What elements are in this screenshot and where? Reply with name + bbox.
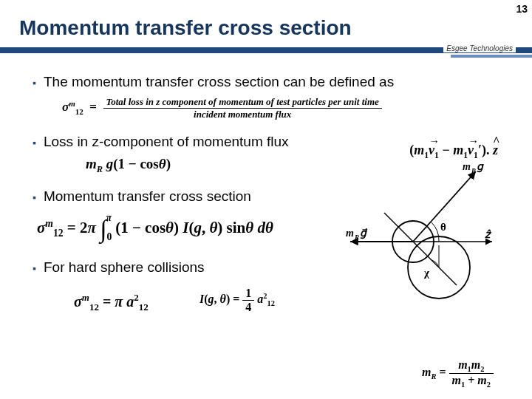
bullet-3-text: Momentum transfer cross section: [44, 188, 251, 205]
bullet-2-text: Loss in z-component of momentum flux: [44, 134, 289, 150]
slide-title: Momentum transfer cross section: [19, 16, 532, 40]
bullet-icon: ▪: [33, 77, 36, 89]
svg-text:χ: χ: [423, 267, 430, 279]
bullet-icon: ▪: [33, 137, 36, 149]
collision-diagram: m R g⃗ m R g⃗ ẑ θ χ: [344, 164, 499, 349]
bullet-1: ▪ The momentum transfer cross section ca…: [33, 74, 499, 90]
bullet-1-text: The momentum transfer cross section can …: [44, 74, 394, 90]
title-rule: Esgee Technologies: [0, 47, 532, 65]
eq-hard-I: I(g, θ) = 14 a212: [200, 287, 275, 314]
bullet-icon: ▪: [33, 262, 36, 274]
svg-text:g⃗: g⃗: [477, 164, 485, 173]
bullet-icon: ▪: [33, 191, 36, 203]
svg-text:m: m: [463, 164, 471, 172]
svg-text:R: R: [354, 233, 359, 241]
svg-text:R: R: [471, 167, 476, 174]
svg-text:g⃗: g⃗: [360, 228, 368, 239]
svg-text:m: m: [346, 228, 354, 239]
svg-text:ẑ: ẑ: [485, 229, 492, 240]
svg-text:θ: θ: [440, 221, 446, 233]
brand-logo: Esgee Technologies: [443, 44, 516, 52]
page-number: 13: [516, 3, 528, 15]
bullet-4-text: For hard sphere collisions: [44, 259, 205, 276]
eq-reduced-mass: mR = m1m2 m1 + m2: [422, 358, 494, 389]
eq-definition: σm12 = Total loss in z component of mome…: [62, 96, 499, 120]
eq-loss-rhs: (m1v1 − m1v1′). z: [409, 143, 498, 160]
